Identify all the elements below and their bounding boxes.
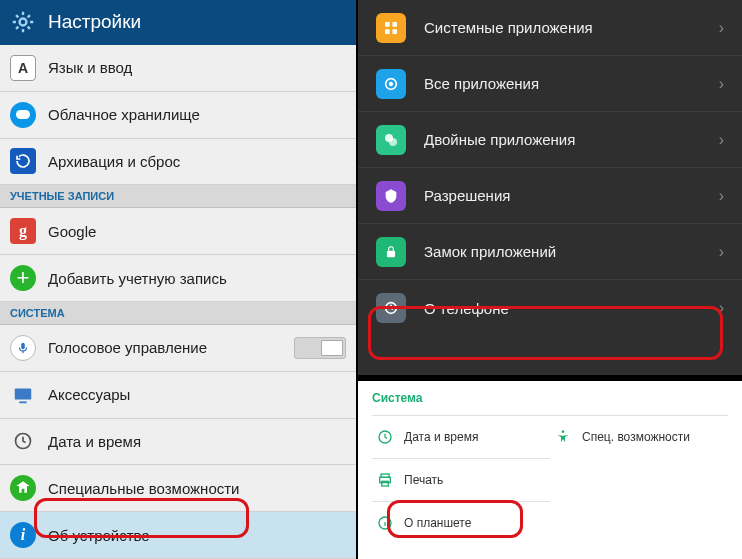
settings-header: Настройки bbox=[0, 0, 356, 45]
clock-icon bbox=[10, 428, 36, 454]
chevron-right-icon: › bbox=[719, 299, 724, 317]
svg-rect-1 bbox=[21, 343, 25, 349]
voice-label: Голосовое управление bbox=[48, 339, 207, 356]
cloud-icon bbox=[10, 102, 36, 128]
accessibility-icon bbox=[10, 475, 36, 501]
dual-apps-icon bbox=[376, 125, 406, 155]
about-phone-icon bbox=[376, 293, 406, 323]
print-item[interactable]: Печать bbox=[372, 458, 550, 501]
accessibility-label-light: Спец. возможности bbox=[582, 430, 690, 444]
gear-icon bbox=[10, 9, 36, 35]
svg-rect-3 bbox=[19, 401, 26, 403]
clock-icon bbox=[376, 428, 394, 446]
google-icon: g bbox=[10, 218, 36, 244]
svg-rect-6 bbox=[392, 22, 397, 27]
lock-icon bbox=[376, 237, 406, 267]
accessibility-item-light[interactable]: Спец. возможности bbox=[550, 415, 728, 458]
about-device-label: Об устройстве bbox=[48, 527, 150, 544]
voice-icon bbox=[10, 335, 36, 361]
backup-icon bbox=[10, 148, 36, 174]
chevron-right-icon: › bbox=[719, 243, 724, 261]
miui-settings-panel: Системные приложения › Все приложения › … bbox=[358, 0, 742, 377]
about-device-item[interactable]: i Об устройстве bbox=[0, 512, 356, 559]
cloud-storage-item[interactable]: Облачное хранилище bbox=[0, 92, 356, 139]
accessories-label: Аксессуары bbox=[48, 386, 130, 403]
svg-point-0 bbox=[20, 19, 27, 26]
language-input-item[interactable]: A Язык и ввод bbox=[0, 45, 356, 92]
chevron-right-icon: › bbox=[719, 131, 724, 149]
datetime-item-light[interactable]: Дата и время bbox=[372, 415, 550, 458]
backup-label: Архивация и сброс bbox=[48, 153, 180, 170]
info-icon: i bbox=[10, 522, 36, 548]
chevron-right-icon: › bbox=[719, 75, 724, 93]
system-section-label: Система bbox=[372, 391, 728, 405]
svg-rect-13 bbox=[387, 250, 395, 256]
add-account-item[interactable]: + Добавить учетную запись bbox=[0, 255, 356, 302]
dual-apps-item[interactable]: Двойные приложения › bbox=[358, 112, 742, 168]
app-lock-label: Замок приложений bbox=[424, 243, 556, 260]
permissions-item[interactable]: Разрешения › bbox=[358, 168, 742, 224]
accessibility-item[interactable]: Специальные возможности bbox=[0, 465, 356, 512]
google-account-item[interactable]: g Google bbox=[0, 208, 356, 255]
info-icon bbox=[376, 514, 394, 532]
accessories-icon bbox=[10, 382, 36, 408]
system-apps-item[interactable]: Системные приложения › bbox=[358, 0, 742, 56]
google-label: Google bbox=[48, 223, 96, 240]
chevron-right-icon: › bbox=[719, 187, 724, 205]
about-phone-label: О телефоне bbox=[424, 300, 509, 317]
all-apps-label: Все приложения bbox=[424, 75, 539, 92]
add-account-label: Добавить учетную запись bbox=[48, 270, 227, 287]
language-icon: A bbox=[10, 55, 36, 81]
permissions-icon bbox=[376, 181, 406, 211]
all-apps-item[interactable]: Все приложения › bbox=[358, 56, 742, 112]
backup-reset-item[interactable]: Архивация и сброс bbox=[0, 139, 356, 186]
stock-android-panel: Система Дата и время Спец. возможности bbox=[358, 377, 742, 559]
about-tablet-item[interactable]: О планшете bbox=[372, 501, 550, 544]
print-label: Печать bbox=[404, 473, 443, 487]
permissions-label: Разрешения bbox=[424, 187, 510, 204]
all-apps-icon bbox=[376, 69, 406, 99]
app-lock-item[interactable]: Замок приложений › bbox=[358, 224, 742, 280]
print-icon bbox=[376, 471, 394, 489]
voice-toggle[interactable] bbox=[294, 337, 346, 359]
datetime-label: Дата и время bbox=[48, 433, 141, 450]
settings-title: Настройки bbox=[48, 11, 141, 33]
accessibility-icon bbox=[554, 428, 572, 446]
svg-rect-8 bbox=[392, 29, 397, 34]
svg-rect-2 bbox=[15, 388, 32, 399]
language-label: Язык и ввод bbox=[48, 59, 132, 76]
accounts-section-header: УЧЕТНЫЕ ЗАПИСИ bbox=[0, 185, 356, 208]
dual-apps-label: Двойные приложения bbox=[424, 131, 575, 148]
svg-rect-7 bbox=[385, 29, 390, 34]
datetime-item[interactable]: Дата и время bbox=[0, 419, 356, 466]
add-icon: + bbox=[10, 265, 36, 291]
system-section-header: СИСТЕМА bbox=[0, 302, 356, 325]
system-apps-icon bbox=[376, 13, 406, 43]
accessories-item[interactable]: Аксессуары bbox=[0, 372, 356, 419]
system-apps-label: Системные приложения bbox=[424, 19, 593, 36]
about-tablet-label: О планшете bbox=[404, 516, 471, 530]
voice-control-item[interactable]: Голосовое управление bbox=[0, 325, 356, 372]
chevron-right-icon: › bbox=[719, 19, 724, 37]
datetime-label-light: Дата и время bbox=[404, 430, 478, 444]
about-phone-item[interactable]: О телефоне › bbox=[358, 280, 742, 336]
svg-point-12 bbox=[389, 138, 397, 146]
svg-point-16 bbox=[562, 430, 565, 433]
cloud-label: Облачное хранилище bbox=[48, 106, 200, 123]
accessibility-label: Специальные возможности bbox=[48, 480, 240, 497]
svg-point-10 bbox=[390, 82, 393, 85]
samsung-settings-panel: Настройки A Язык и ввод Облачное хранили… bbox=[0, 0, 358, 559]
svg-rect-5 bbox=[385, 22, 390, 27]
